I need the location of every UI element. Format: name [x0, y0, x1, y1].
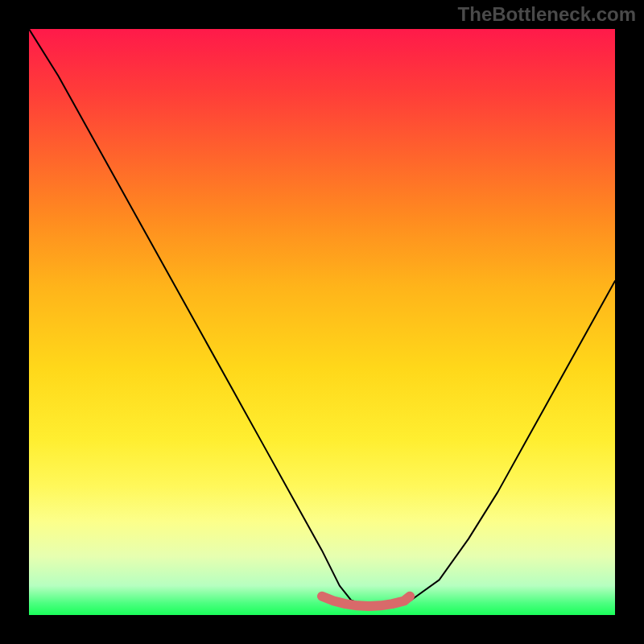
chart-plot-area — [29, 29, 615, 615]
watermark-label: TheBottleneck.com — [458, 3, 636, 26]
marker-line — [322, 597, 410, 606]
chart-svg — [29, 29, 615, 615]
curve-line — [29, 29, 615, 606]
